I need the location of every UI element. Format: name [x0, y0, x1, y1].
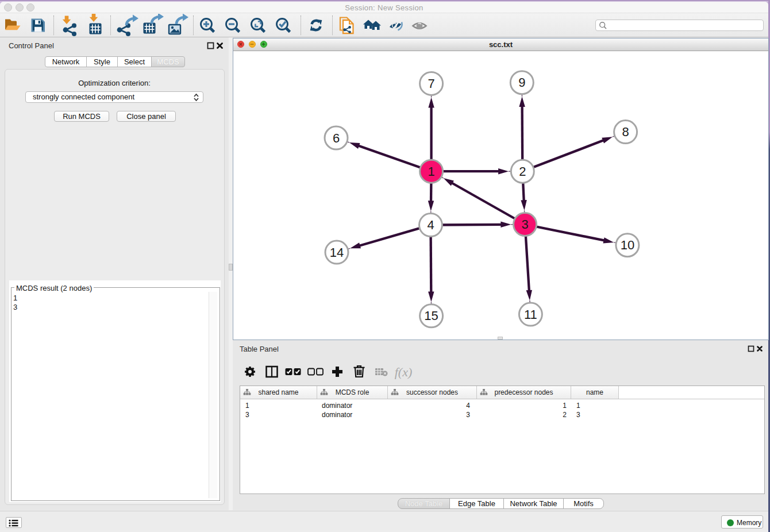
svg-text:6: 6	[333, 131, 340, 145]
svg-text:4: 4	[427, 218, 434, 232]
svg-text:8: 8	[622, 125, 629, 139]
svg-text:1: 1	[428, 164, 434, 179]
svg-text:2: 2	[519, 164, 526, 179]
svg-text:14: 14	[330, 245, 344, 260]
svg-text:10: 10	[621, 238, 634, 252]
svg-text:15: 15	[424, 309, 438, 323]
svg-text:11: 11	[524, 307, 537, 322]
svg-text:7: 7	[428, 76, 434, 91]
svg-text:9: 9	[518, 75, 525, 90]
svg-text:f(x): f(x)	[395, 365, 413, 379]
svg-text:3: 3	[521, 217, 528, 232]
